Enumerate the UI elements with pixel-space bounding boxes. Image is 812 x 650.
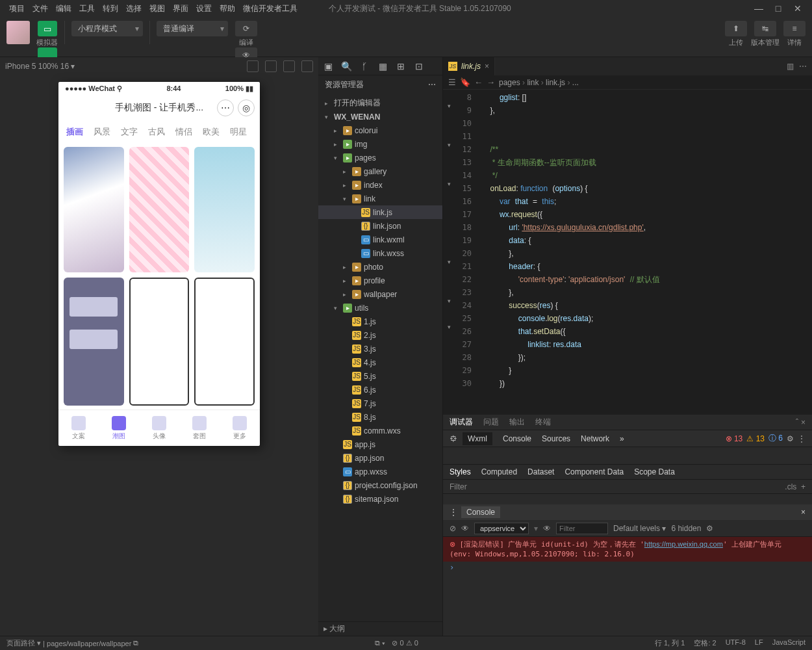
tree-node[interactable]: ▸打开的编辑器 (318, 96, 442, 110)
menu-item[interactable]: 设置 (192, 3, 216, 14)
avatar[interactable] (6, 21, 30, 44)
devtools-subtab[interactable]: Console (503, 434, 531, 443)
tree-node[interactable]: JS6.js (318, 383, 442, 396)
forward-icon[interactable]: → (487, 77, 495, 87)
category-tab[interactable]: 插画 (66, 126, 83, 138)
list-icon[interactable]: ☰ (448, 77, 456, 87)
explorer-more-icon[interactable]: ⋯ (428, 80, 436, 89)
toolbar-right-button[interactable]: ≡ (783, 21, 806, 36)
collapse-icon[interactable]: ˆ (796, 418, 798, 427)
capsule-menu-icon[interactable]: ⋯ (217, 99, 234, 116)
explorer-icon[interactable]: ▣ (322, 60, 334, 72)
inspect-icon[interactable]: ⯐ (450, 434, 457, 443)
more-icon[interactable]: ⊡ (413, 60, 425, 72)
maximize-button[interactable]: □ (769, 2, 787, 15)
eye-icon[interactable]: 👁 (461, 524, 469, 533)
devtools-subtab[interactable]: Sources (542, 434, 570, 443)
category-tab[interactable]: 文字 (121, 126, 138, 138)
category-tab[interactable]: 明星 (230, 126, 247, 138)
capsule-close-icon[interactable]: ◎ (238, 99, 255, 116)
outline-section[interactable]: ▸ 大纲 (318, 621, 442, 636)
tree-node[interactable]: JS4.js (318, 356, 442, 369)
filter-input[interactable]: Filter (450, 482, 467, 491)
sim-icon[interactable] (283, 60, 295, 72)
sim-icon[interactable] (265, 60, 277, 72)
cls-toggle[interactable]: .cls (785, 482, 796, 491)
back-icon[interactable]: ← (474, 77, 483, 87)
devtools-subtab[interactable]: Network (581, 434, 609, 443)
tree-node[interactable]: ▭app.wxss (318, 465, 442, 478)
styles-tab[interactable]: Dataset (527, 467, 554, 476)
context-select[interactable]: appservice (474, 523, 529, 534)
toolbar-right-button[interactable]: ↹ (754, 21, 776, 36)
close-button[interactable]: ✕ (789, 2, 807, 15)
bookmark-icon[interactable]: 🔖 (460, 77, 470, 87)
devtools-tab[interactable]: 终端 (535, 417, 551, 428)
device-selector[interactable]: iPhone 5 100% 16 ▾ (5, 62, 75, 71)
bottom-tab[interactable]: 文案 (71, 416, 86, 441)
bottom-tab[interactable]: 套图 (192, 416, 207, 441)
tree-node[interactable]: ▭link.wxss (318, 246, 442, 260)
tree-node[interactable]: ▸▸wallpaper (318, 287, 442, 301)
eye-icon[interactable]: 👁 (543, 524, 551, 533)
scene-icon[interactable]: ⧉ ▾ (375, 639, 385, 647)
status-item[interactable]: 空格: 2 (694, 638, 716, 648)
styles-tab[interactable]: Scope Data (634, 467, 675, 476)
category-tab[interactable]: 风景 (94, 126, 110, 138)
menu-item[interactable]: 选择 (122, 3, 146, 14)
tree-node[interactable]: JS5.js (318, 369, 442, 383)
copy-icon[interactable]: ⧉ (131, 639, 138, 647)
tree-node[interactable]: ▾WX_WENAN (318, 110, 442, 124)
tree-node[interactable]: ▾▸pages (318, 151, 442, 164)
toolbar-button[interactable]: ▭ (38, 21, 57, 36)
tree-node[interactable]: ▭link.wxml (318, 233, 442, 246)
wallpaper-card[interactable] (194, 147, 255, 272)
menu-item[interactable]: 转到 (99, 3, 122, 14)
console-tab[interactable]: Console (461, 506, 500, 518)
category-tab[interactable]: 情侣 (175, 126, 192, 138)
tree-node[interactable]: JS8.js (318, 410, 442, 424)
tree-node[interactable]: ▸▸img (318, 137, 442, 151)
tree-node[interactable]: {}link.json (318, 219, 442, 233)
phone-simulator[interactable]: ●●●●● WeChat ⚲ 8:44 100% ▮▮ 手机潮图 - 让手机秀.… (58, 82, 260, 446)
category-tab[interactable]: 古风 (148, 126, 165, 138)
editor-tab[interactable]: JS link.js × (443, 57, 495, 75)
category-tab[interactable]: 欧美 (203, 126, 220, 138)
status-item[interactable]: 行 1, 列 1 (655, 638, 685, 648)
minimize-button[interactable]: — (750, 2, 768, 15)
menu-item[interactable]: 文件 (29, 3, 52, 14)
more-icon[interactable]: ⋯ (799, 62, 807, 71)
tree-node[interactable]: ▾▸link (318, 192, 442, 205)
wallpaper-card[interactable] (129, 147, 190, 272)
bottom-tab[interactable]: 头像 (152, 416, 166, 441)
tree-node[interactable]: ▸▸profile (318, 274, 442, 287)
tree-node[interactable]: ▸▸colorui (318, 124, 442, 137)
gear-icon[interactable]: ⚙ (787, 434, 794, 443)
devtools-tab[interactable]: 问题 (483, 417, 499, 428)
debug-icon[interactable]: ▦ (377, 60, 388, 72)
tree-node[interactable]: JS3.js (318, 342, 442, 356)
tree-node[interactable]: JS2.js (318, 328, 442, 342)
problems-count[interactable]: ⊘ 0 ⚠ 0 (392, 639, 418, 647)
close-icon[interactable]: × (801, 418, 806, 427)
close-console-icon[interactable]: × (801, 508, 806, 517)
wallpaper-card[interactable] (64, 147, 124, 272)
styles-tab[interactable]: Computed (481, 467, 517, 476)
status-item[interactable]: LF (755, 638, 763, 648)
toolbar-action[interactable]: ⟳ (235, 21, 257, 36)
bottom-tab[interactable]: 潮图 (112, 416, 126, 441)
menu-item[interactable]: 视图 (146, 3, 169, 14)
styles-tab[interactable]: Styles (450, 467, 471, 476)
log-levels[interactable]: Default levels ▾ (613, 524, 666, 533)
tree-node[interactable]: ▾▸utils (318, 301, 442, 315)
sim-icon[interactable] (247, 60, 259, 72)
close-tab-icon[interactable]: × (485, 62, 489, 71)
menu-item[interactable]: 帮助 (216, 3, 239, 14)
tree-node[interactable]: ▸▸index (318, 178, 442, 192)
ext-icon[interactable]: ⊞ (395, 60, 407, 72)
console-filter-input[interactable] (556, 523, 608, 534)
menu-item[interactable]: 微信开发者工具 (239, 3, 301, 14)
page-path[interactable]: pages/wallpaper/wallpaper (47, 640, 131, 647)
tree-node[interactable]: JSlink.js (318, 205, 442, 219)
page-path-label[interactable]: 页面路径 ▾ (6, 638, 41, 648)
